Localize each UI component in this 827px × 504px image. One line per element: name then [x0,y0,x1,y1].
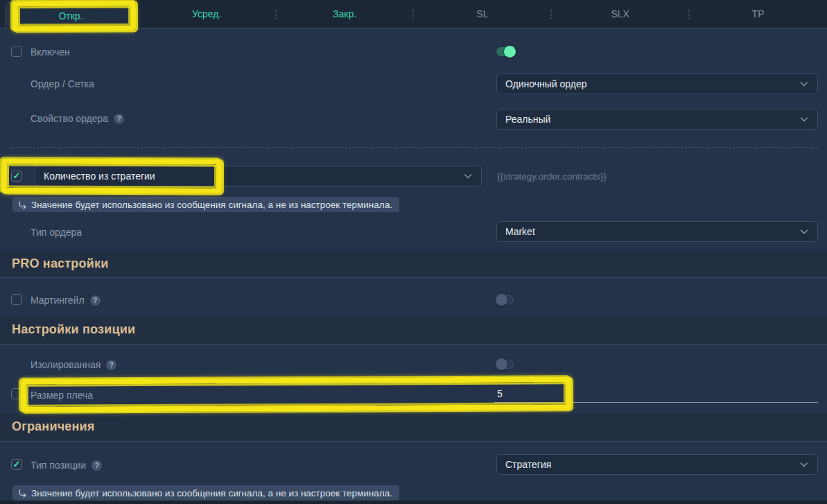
order-property-select-value: Реальный [505,114,550,125]
order-type-select[interactable]: Market [496,221,818,242]
isolated-toggle[interactable] [496,360,514,369]
signal-note: Значение будет использовано из сообщения… [12,197,399,212]
position-type-checkbox[interactable]: ✓ [11,459,22,470]
position-type-label: Тип позиции [31,460,86,471]
chevron-down-icon [463,171,473,181]
position-type-select[interactable]: Стратегия [496,454,818,475]
section-title: Ограничения [12,419,95,434]
leverage-label: Размер плеча [31,390,93,401]
bottom-strip [0,501,827,504]
order-type-label: Тип ордера [31,227,82,238]
highlight-marker-leverage [21,376,571,412]
check-icon: ✓ [13,171,21,180]
isolated-label: Изолированная [31,359,101,370]
chevron-down-icon [799,114,809,124]
tab-slx[interactable]: SLX [551,0,689,28]
martingale-labelwrap: Мартингейл ? [31,295,101,306]
toggle-knob [496,294,507,306]
chevron-down-icon [799,460,809,469]
order-grid-select-value: Одиночный ордер [505,78,587,89]
leverage-checkbox[interactable] [11,388,22,399]
tab-average[interactable]: Усред. [138,0,276,28]
help-icon[interactable]: ? [106,360,116,370]
enabled-checkbox[interactable] [11,46,22,57]
strategy-settings-panel: Усред. Закр. SL SLX TP Откр. Включен Орд… [0,0,827,504]
position-type-labelwrap: Тип позиции ? [31,460,102,471]
tab-tp[interactable]: TP [689,0,827,28]
isolated-labelwrap: Изолированная ? [31,359,116,370]
quantity-source-select-value: Количество из стратегии [44,171,155,182]
toggle-knob [504,46,516,58]
position-type-select-value: Стратегия [505,459,551,470]
section-title: Настройки позиции [12,322,135,337]
enabled-toggle[interactable] [496,47,514,56]
signal-note: Значение будет использовано из сообщения… [12,485,399,501]
return-arrow-icon [18,489,27,498]
order-property-label: Свойство ордера [31,113,108,124]
tab-sl[interactable]: SL [413,0,551,28]
leverage-input[interactable]: 5 [494,385,818,403]
enabled-label: Включен [31,46,70,58]
order-grid-label: Ордер / Сетка [31,78,94,89]
martingale-label: Мартингейл [31,295,85,306]
section-position-settings: Настройки позиции [0,316,827,345]
order-grid-select[interactable]: Одиночный ордер [496,73,818,94]
help-icon[interactable]: ? [114,114,124,124]
section-title: PRO настройки [12,257,108,271]
tab-close[interactable]: Закр. [276,0,414,28]
tab-open[interactable]: Откр. [6,1,136,29]
help-icon[interactable]: ? [92,460,102,471]
quantity-checkbox[interactable]: ✓ [11,171,22,182]
order-type-select-value: Market [505,226,535,237]
help-icon[interactable]: ? [90,295,101,306]
martingale-checkbox[interactable] [11,294,22,305]
martingale-toggle[interactable] [496,295,514,304]
quantity-source-select[interactable]: Количество из стратегии [35,166,482,186]
quantity-template-value: {{strategy.order.contracts}} [497,171,607,182]
chevron-down-icon [799,227,809,236]
section-pro-settings: PRO настройки [0,250,827,278]
order-property-select[interactable]: Реальный [496,109,818,130]
check-icon: ✓ [13,460,21,469]
signal-note-text: Значение будет использовано из сообщения… [31,488,392,498]
signal-note-text: Значение будет использовано из сообщения… [31,200,392,210]
return-arrow-icon [18,200,27,209]
leverage-value: 5 [494,388,503,399]
dashed-divider [9,147,818,148]
toggle-knob [496,358,507,370]
order-property-labelwrap: Свойство ордера ? [31,113,124,124]
section-limits: Ограничения [0,413,827,442]
chevron-down-icon [799,79,809,89]
